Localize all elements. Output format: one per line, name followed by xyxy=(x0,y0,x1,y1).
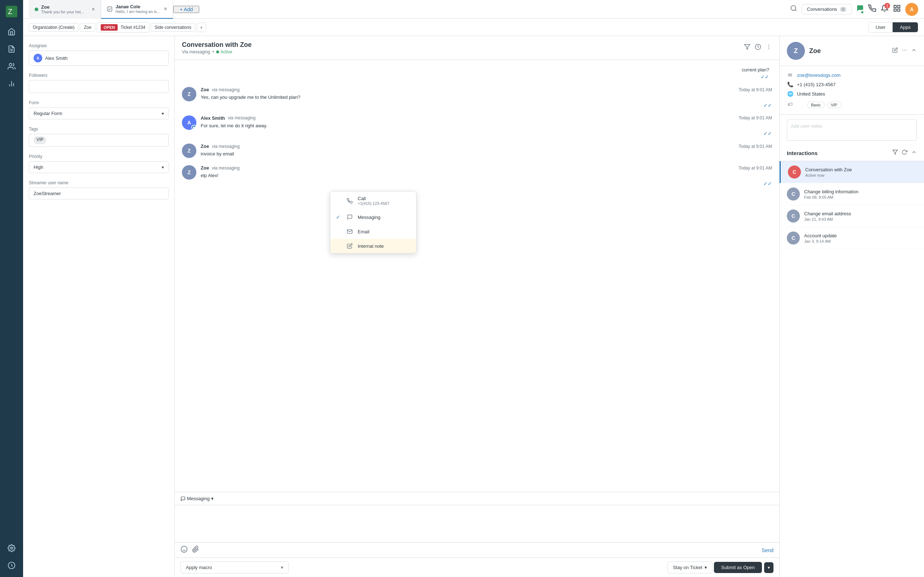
tab-user[interactable]: User xyxy=(868,23,893,32)
macro-label: Apply macro xyxy=(186,565,212,570)
messages-area: current plan? ✓✓ Z Zoe via messaging Tod… xyxy=(175,60,779,492)
messaging-icon xyxy=(346,214,353,220)
agent-indicator xyxy=(191,125,196,130)
priority-select[interactable]: High ▾ xyxy=(29,161,168,173)
chat-button[interactable] xyxy=(856,4,864,14)
reply-type-button[interactable]: Messaging ▾ xyxy=(181,496,214,501)
topbar-right: Conversations 0 1 A xyxy=(790,3,918,16)
active-status: Active xyxy=(221,49,233,55)
message-row-2: A Alex Smith via messaging Today at 9:01… xyxy=(182,115,772,137)
dropdown-call[interactable]: Call +1(415) 123-4567 xyxy=(330,192,416,210)
edit-user-button[interactable] xyxy=(892,47,898,55)
form-value: Regular Form xyxy=(34,111,62,116)
nav-settings-icon[interactable] xyxy=(4,541,19,555)
svg-rect-14 xyxy=(898,5,900,8)
clock-icon xyxy=(755,44,761,50)
user-tags: Basic VIP xyxy=(807,102,842,108)
svg-point-28 xyxy=(906,50,907,50)
notifications-button[interactable]: 1 xyxy=(881,4,888,14)
svg-point-23 xyxy=(181,546,187,553)
breadcrumb-add-button[interactable]: + xyxy=(197,23,206,32)
svg-point-19 xyxy=(769,45,769,45)
interaction-item-4[interactable]: C Account update Jan 3, 9:14 AM xyxy=(780,227,924,249)
form-select[interactable]: Regular Form ▾ xyxy=(29,108,168,119)
nav-tickets-icon[interactable] xyxy=(4,42,19,56)
collapse-user-button[interactable] xyxy=(911,47,917,55)
active-badge: Active xyxy=(216,49,233,55)
breadcrumb-user[interactable]: Zoe xyxy=(80,23,95,32)
interaction-name-3: Change email address xyxy=(804,211,917,216)
online-indicator xyxy=(861,10,864,14)
breadcrumb-org[interactable]: Organization (Create) xyxy=(29,23,78,32)
reply-area: Messaging ▾ Send xyxy=(175,492,779,558)
user-notes[interactable]: Add user notes xyxy=(787,119,917,141)
attach-icon xyxy=(192,546,199,553)
tab-janae-icon xyxy=(107,6,113,12)
assignee-input[interactable]: A Alex Smith xyxy=(29,50,168,66)
tags-input[interactable]: VIP xyxy=(29,134,168,147)
dropdown-email[interactable]: Email xyxy=(330,224,416,239)
tab-janae[interactable]: Janae Cole Hello, I am having an is... × xyxy=(101,0,173,19)
submit-as-open-button[interactable]: Submit as Open xyxy=(714,562,762,573)
tab-apps[interactable]: Apps xyxy=(893,23,918,32)
call-button[interactable] xyxy=(868,4,876,14)
email-label: Email xyxy=(358,229,370,234)
breadcrumb-ticket[interactable]: OPEN Ticket #1234 xyxy=(97,23,149,32)
followers-input[interactable] xyxy=(29,80,168,93)
email-field-icon: ✉ xyxy=(787,72,793,78)
user-more-button[interactable] xyxy=(901,47,908,55)
reply-input[interactable] xyxy=(175,505,779,541)
send-button[interactable]: Send xyxy=(762,548,774,553)
dots-h-icon xyxy=(901,47,908,53)
email-check xyxy=(336,229,342,234)
add-tab-button[interactable]: + Add xyxy=(173,6,199,13)
nav-zendesk-icon[interactable] xyxy=(4,558,19,573)
user-avatar: Z xyxy=(787,42,805,60)
msg-avatar-zoe-3: Z xyxy=(182,143,196,158)
user-info: ✉ zoe@lovesdogs.com 📞 +1 (415) 123-4567 … xyxy=(780,66,924,115)
refresh-icon xyxy=(901,149,908,155)
message-row-4: Z Zoe via messaging Today at 9:01 AM elp… xyxy=(182,165,772,187)
conversation-header: Conversation with Zoe Via messaging • Ac… xyxy=(175,36,779,60)
tab-janae-close[interactable]: × xyxy=(164,6,167,12)
more-options-button[interactable] xyxy=(766,44,772,52)
interactions-filter-button[interactable] xyxy=(892,149,898,156)
nav-users-icon[interactable] xyxy=(4,59,19,74)
svg-marker-17 xyxy=(745,44,750,49)
interaction-item-3[interactable]: C Change email address Jan 21, 9:43 AM xyxy=(780,205,924,227)
dropdown-messaging[interactable]: ✓ Messaging xyxy=(330,210,416,224)
interaction-item-2[interactable]: C Change billing information Feb 08, 9:0… xyxy=(780,183,924,205)
conversation-title: Conversation with Zoe xyxy=(182,41,744,49)
attach-button[interactable] xyxy=(192,546,199,554)
tab-zoe[interactable]: Zoe Thank you for your hel... × xyxy=(29,0,101,19)
tab-zoe-close[interactable]: × xyxy=(92,6,95,13)
conversations-button[interactable]: Conversations 0 xyxy=(802,4,852,15)
search-button[interactable] xyxy=(790,5,797,14)
grid-button[interactable] xyxy=(893,4,901,14)
breadcrumb-side-conversations[interactable]: Side conversations xyxy=(151,23,195,32)
interactions-refresh-button[interactable] xyxy=(901,149,908,156)
nav-home-icon[interactable] xyxy=(4,24,19,39)
streamer-input[interactable]: ZoeStreamer xyxy=(29,187,168,200)
nav-reports-icon[interactable] xyxy=(4,76,19,91)
interaction-text-1: Conversation with Zoe Active now xyxy=(805,167,917,177)
interactions-chevron-icon xyxy=(911,149,917,155)
stay-ticket-button[interactable]: Stay on Ticket ▾ xyxy=(667,561,712,574)
user-phone: +1 (415) 123-4567 xyxy=(797,82,835,87)
emoji-button[interactable] xyxy=(181,546,188,554)
dropdown-internal-note[interactable]: Internal note xyxy=(330,239,416,253)
interactions-collapse-button[interactable] xyxy=(911,149,917,156)
macro-select[interactable]: Apply macro ▾ xyxy=(181,561,289,574)
filter-button[interactable] xyxy=(744,44,750,52)
breadcrumb-tabs: User Apps xyxy=(868,22,918,32)
interaction-item-1[interactable]: C Conversation with Zoe Active now xyxy=(780,161,924,183)
submit-dropdown-button[interactable]: ▾ xyxy=(764,562,774,573)
user-email[interactable]: zoe@lovesdogs.com xyxy=(797,73,841,78)
svg-rect-13 xyxy=(894,5,896,8)
msg-sender-2: Alex Smith xyxy=(201,115,225,121)
internal-note-icon xyxy=(346,243,353,249)
tab-zoe-indicator xyxy=(35,8,38,11)
user-avatar-button[interactable]: A xyxy=(905,3,918,16)
user-country: United States xyxy=(797,91,825,97)
history-button[interactable] xyxy=(755,44,761,52)
